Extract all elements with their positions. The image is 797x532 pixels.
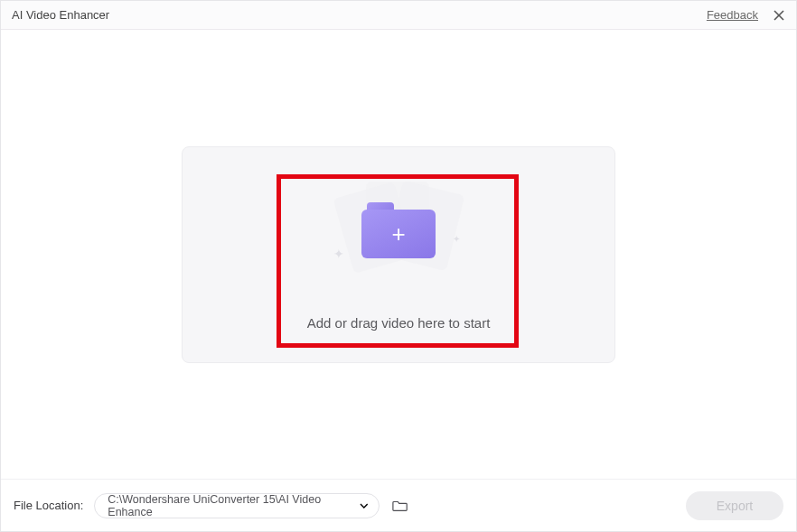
video-dropzone[interactable]: ✦ ✦ + Add or drag video here to start <box>182 146 615 363</box>
file-location-label: File Location: <box>14 499 83 512</box>
folder-plus-icon: + <box>361 202 436 258</box>
feedback-link[interactable]: Feedback <box>707 8 758 22</box>
dropzone-illustration: ✦ ✦ + <box>335 185 462 275</box>
file-location-path: C:\Wondershare UniConverter 15\AI Video … <box>108 493 359 518</box>
dropzone-content: ✦ ✦ + Add or drag video here to start <box>307 178 491 331</box>
export-button[interactable]: Export <box>686 491 783 520</box>
main-area: ✦ ✦ + Add or drag video here to start <box>1 30 796 479</box>
browse-folder-button[interactable] <box>390 497 410 515</box>
app-window: AI Video Enhancer Feedback ✦ ✦ <box>0 0 797 532</box>
sparkle-icon: ✦ <box>333 247 344 261</box>
titlebar: AI Video Enhancer Feedback <box>1 1 796 30</box>
sparkle-icon: ✦ <box>453 234 460 244</box>
dropzone-instruction: Add or drag video here to start <box>307 315 491 331</box>
chevron-down-icon <box>360 501 369 510</box>
footer-bar: File Location: C:\Wondershare UniConvert… <box>1 479 796 531</box>
file-location-select[interactable]: C:\Wondershare UniConverter 15\AI Video … <box>94 493 380 518</box>
app-title: AI Video Enhancer <box>12 8 707 22</box>
close-icon <box>773 9 785 22</box>
folder-open-icon <box>392 499 408 513</box>
close-button[interactable] <box>771 7 787 23</box>
